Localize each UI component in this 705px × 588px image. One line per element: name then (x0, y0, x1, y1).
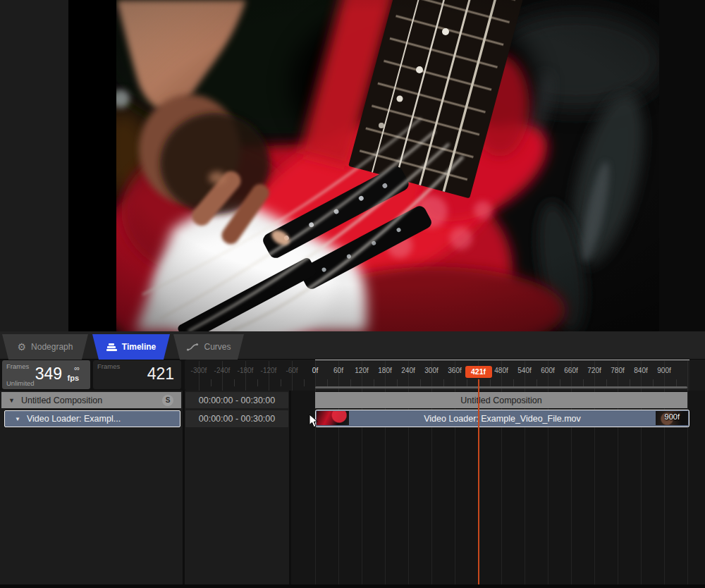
ruler-tick (245, 361, 246, 391)
fps-sub-label: Unlimited (6, 379, 35, 387)
curve-icon (186, 342, 199, 352)
ruler-tick (211, 379, 212, 386)
viewport-preview[interactable] (0, 0, 705, 331)
ruler-tick (513, 379, 514, 386)
ruler-tick (350, 379, 351, 386)
ruler-tick-label[interactable]: 900f (657, 367, 670, 374)
fps-value[interactable]: 349 (35, 365, 62, 384)
ruler-tick (397, 379, 398, 386)
disclosure-triangle-icon[interactable]: ▼ (15, 416, 20, 422)
ruler-tick (292, 361, 293, 391)
ruler-tick-label[interactable]: 660f (564, 367, 577, 374)
ruler-tick (222, 361, 223, 391)
main-toolbar: ⚙ Nodegraph Timeline Curves ↺ ↻ (0, 331, 705, 360)
timeline-body: Untitled Composition Video Loader: Examp… (0, 391, 705, 585)
tab-timeline-label: Timeline (122, 342, 156, 352)
ruler-tick (199, 361, 200, 391)
track-lane-area[interactable]: Untitled Composition Video Loader: Examp… (291, 391, 705, 585)
current-frame-value[interactable]: 421 (147, 365, 174, 384)
video-clip-label: Video Loader: Example_Video_File.mov (424, 414, 581, 424)
ruler-tick-label[interactable]: 360f (448, 367, 461, 374)
ruler-tick-label[interactable]: 540f (517, 367, 531, 374)
layer-row-video-loader[interactable]: ▼ Video Loader: Exampl... (4, 410, 180, 427)
ruler-tick-label[interactable]: -240f (214, 367, 231, 374)
composition-bar-label: Untitled Composition (460, 396, 541, 405)
ruler-tick (490, 379, 491, 386)
ruler-tick-label[interactable]: 480f (494, 367, 508, 374)
ruler-tick-label[interactable]: 60f (333, 367, 343, 374)
ruler-tick-label[interactable]: 840f (634, 367, 647, 374)
tab-timeline[interactable]: Timeline (92, 334, 170, 360)
ruler-tick-label[interactable]: 240f (401, 367, 415, 374)
bottom-edge (0, 584, 705, 588)
ruler-tick-label[interactable]: 120f (355, 367, 368, 374)
ruler-tick-label[interactable]: -60f (286, 367, 298, 374)
ruler-tick (583, 379, 584, 386)
video-frame-bass-guitar (68, 0, 705, 331)
ruler-tick (327, 379, 328, 386)
ruler-tick-label[interactable]: 780f (611, 367, 624, 374)
video-loader-name: Video Loader: Exampl... (27, 414, 121, 424)
composition-bar[interactable]: Untitled Composition (315, 392, 687, 408)
ruler-tick (606, 379, 607, 386)
fps-settings-box[interactable]: Frames 349 ∞ fps Unlimited (2, 360, 90, 389)
playhead-badge[interactable]: 421f (465, 366, 492, 378)
current-frame-box[interactable]: Frames 421 (93, 360, 181, 389)
video-clip-bar[interactable]: Video Loader: Example_Video_File.mov 900… (315, 410, 689, 427)
frame-label: Frames (97, 362, 120, 370)
composition-time-range[interactable]: 00:00:00 - 00:30:00 (185, 392, 288, 408)
ruler-tick (467, 379, 467, 386)
clip-start-thumbnail (317, 411, 349, 425)
infinity-icon: ∞ (74, 364, 80, 372)
video-loader-time-range[interactable]: 00:00:00 - 00:30:00 (185, 410, 288, 427)
ruler-tick-label[interactable]: 180f (378, 367, 391, 374)
application-window: ⚙ Nodegraph Timeline Curves ↺ ↻ (0, 0, 705, 588)
ruler-tick-label[interactable]: 300f (424, 367, 438, 374)
tab-nodegraph-label: Nodegraph (31, 342, 73, 352)
gear-icon: ⚙ (18, 342, 27, 352)
ruler-tick (653, 379, 654, 386)
ruler-tick-label[interactable]: 720f (587, 367, 601, 374)
ruler-tick (630, 379, 630, 386)
ruler-tick (374, 379, 374, 386)
layer-row-composition[interactable]: ▼ Untitled Composition S (1, 392, 181, 408)
ruler-scrollbar[interactable] (315, 386, 687, 388)
frame-ruler[interactable]: -300f-240f-180f-120f-60f0f60f120f180f240… (185, 360, 705, 391)
ruler-tick (443, 379, 444, 386)
ruler-tick (560, 379, 560, 386)
timeline-header: Frames 349 ∞ fps Unlimited Frames 421 -3… (0, 360, 705, 391)
ruler-tick-label[interactable]: -120f (261, 367, 277, 374)
tab-curves[interactable]: Curves (173, 334, 244, 360)
ruler-tick (687, 361, 688, 391)
fps-unit: fps (68, 374, 80, 382)
ruler-tick (234, 379, 235, 386)
tab-nodegraph[interactable]: ⚙ Nodegraph (2, 334, 88, 360)
ruler-tick (257, 379, 258, 386)
ruler-tick-label[interactable]: -180f (238, 367, 254, 374)
ruler-tick-label[interactable]: -300f (191, 367, 207, 374)
mouse-cursor (309, 414, 319, 429)
tab-curves-label: Curves (204, 342, 231, 352)
fps-label: Frames (6, 362, 29, 370)
solo-badge[interactable]: S (162, 395, 173, 406)
ruler-tick (304, 379, 305, 386)
layers-icon (106, 343, 117, 351)
disclosure-triangle-icon[interactable]: ▼ (8, 397, 15, 404)
composition-name: Untitled Composition (21, 396, 102, 405)
ruler-tick (269, 361, 269, 391)
ruler-tick (281, 379, 281, 386)
playhead-line[interactable] (478, 379, 479, 584)
clip-out-frame-label: 900f (665, 412, 680, 421)
ruler-tick-label[interactable]: 600f (541, 367, 554, 374)
ruler-tick (676, 379, 677, 386)
ruler-tick-label[interactable]: 0f (312, 367, 318, 374)
ruler-tick (537, 379, 537, 386)
ruler-tick (420, 379, 421, 386)
